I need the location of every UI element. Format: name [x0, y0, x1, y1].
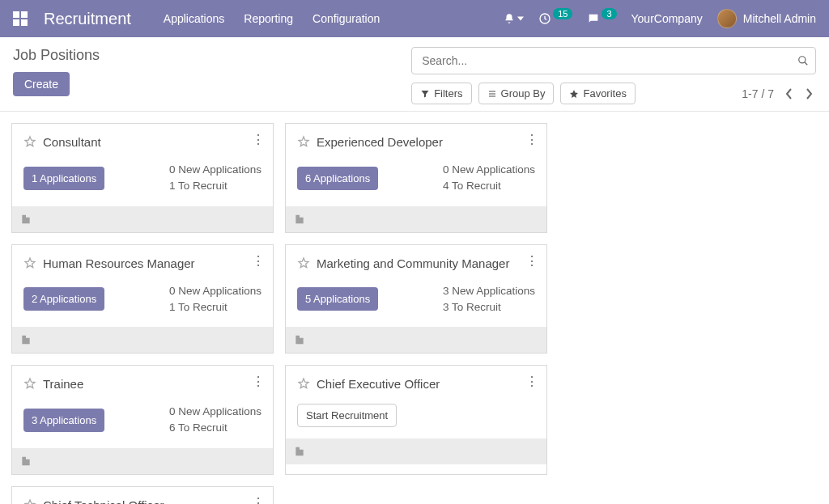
job-title: Consultant [43, 133, 101, 150]
stat-new-applications: 0 New Applications [169, 162, 261, 178]
favorite-star-icon[interactable] [297, 135, 310, 148]
job-card[interactable]: Chief Technical Officer ⋮ Start Recruitm… [11, 486, 274, 505]
applications-button[interactable]: 3 Applications [23, 409, 104, 432]
stat-new-applications: 0 New Applications [169, 404, 261, 420]
stat-to-recruit: 6 To Recruit [169, 420, 261, 436]
card-menu[interactable]: ⋮ [252, 255, 265, 268]
card-menu[interactable]: ⋮ [525, 133, 538, 146]
company-icon [20, 455, 32, 467]
stat-to-recruit: 4 To Recruit [443, 178, 535, 194]
stat-new-applications: 3 New Applications [443, 283, 535, 299]
stat-new-applications: 0 New Applications [169, 283, 261, 299]
favorite-star-icon[interactable] [23, 135, 36, 148]
groupby-button[interactable]: Group By [478, 83, 555, 104]
funnel-icon [420, 89, 430, 99]
create-button[interactable]: Create [13, 72, 70, 96]
search-input[interactable] [419, 51, 797, 70]
user-name: Mitchell Admin [743, 12, 816, 25]
pager-next[interactable] [801, 85, 816, 103]
star-icon [569, 89, 579, 99]
favorites-label: Favorites [583, 87, 626, 100]
apps-menu-icon[interactable] [13, 11, 28, 26]
card-menu[interactable]: ⋮ [525, 375, 538, 388]
nav-applications[interactable]: Applications [164, 12, 225, 25]
discuss-badge: 3 [602, 8, 616, 19]
stat-to-recruit: 1 To Recruit [169, 178, 261, 194]
job-title: Chief Technical Officer [43, 497, 164, 505]
job-title: Experienced Developer [317, 133, 443, 150]
app-brand: Recruitment [44, 10, 131, 28]
chevron-left-icon [785, 88, 793, 100]
job-card[interactable]: Experienced Developer ⋮ 6 Applications 0… [285, 123, 547, 233]
page-title: Job Positions [13, 47, 398, 64]
search-box[interactable] [411, 47, 816, 74]
company-icon [20, 334, 32, 345]
nav-configuration[interactable]: Configuration [312, 12, 380, 25]
activities-menu[interactable]: 15 [538, 12, 572, 25]
card-menu[interactable]: ⋮ [252, 133, 265, 146]
job-card[interactable]: Marketing and Community Manager ⋮ 5 Appl… [285, 244, 547, 354]
caret-down-icon [517, 15, 524, 22]
discuss-menu[interactable]: 3 [587, 12, 616, 25]
chat-icon [587, 12, 600, 25]
favorites-button[interactable]: Favorites [560, 83, 635, 104]
job-card[interactable]: Trainee ⋮ 3 Applications 0 New Applicati… [11, 365, 274, 475]
nav-reporting[interactable]: Reporting [244, 12, 293, 25]
pager-prev[interactable] [782, 85, 797, 103]
bell-icon [504, 13, 515, 24]
favorite-star-icon[interactable] [23, 498, 36, 505]
job-title: Trainee [43, 375, 83, 392]
company-icon [294, 214, 305, 225]
company-icon [294, 334, 305, 345]
clock-icon [538, 12, 551, 25]
applications-button[interactable]: 5 Applications [297, 287, 378, 311]
card-menu[interactable]: ⋮ [525, 255, 538, 268]
svg-point-1 [799, 57, 806, 63]
stat-new-applications: 0 New Applications [443, 162, 535, 178]
job-card[interactable]: Chief Executive Officer ⋮ Start Recruitm… [285, 365, 547, 475]
job-card[interactable]: Consultant ⋮ 1 Applications 0 New Applic… [11, 123, 274, 233]
card-menu[interactable]: ⋮ [252, 375, 265, 388]
activities-badge: 15 [553, 8, 572, 19]
company-icon [294, 446, 305, 457]
filters-button[interactable]: Filters [411, 83, 471, 104]
filters-label: Filters [434, 87, 462, 100]
applications-button[interactable]: 1 Applications [23, 167, 104, 190]
user-menu[interactable]: Mitchell Admin [717, 9, 816, 28]
search-icon[interactable] [797, 55, 809, 66]
favorite-star-icon[interactable] [23, 377, 36, 390]
notifications-menu[interactable] [504, 13, 524, 24]
chevron-right-icon [805, 88, 813, 100]
pager-text: 1-7 / 7 [742, 87, 774, 100]
job-title: Chief Executive Officer [317, 375, 440, 392]
company-icon [20, 214, 32, 225]
stat-to-recruit: 1 To Recruit [169, 299, 261, 316]
favorite-star-icon[interactable] [297, 377, 310, 390]
stat-to-recruit: 3 To Recruit [443, 299, 535, 316]
start-recruitment-button[interactable]: Start Recruitment [297, 404, 397, 427]
groupby-label: Group By [501, 87, 546, 100]
applications-button[interactable]: 2 Applications [23, 287, 104, 311]
avatar [717, 9, 737, 28]
card-menu[interactable]: ⋮ [252, 497, 265, 505]
job-title: Human Resources Manager [43, 255, 195, 272]
favorite-star-icon[interactable] [23, 256, 36, 269]
company-switcher[interactable]: YourCompany [631, 12, 703, 25]
applications-button[interactable]: 6 Applications [297, 167, 378, 190]
job-card[interactable]: Human Resources Manager ⋮ 2 Applications… [11, 244, 274, 354]
favorite-star-icon[interactable] [297, 256, 310, 269]
list-icon [487, 89, 497, 99]
job-title: Marketing and Community Manager [317, 255, 509, 272]
